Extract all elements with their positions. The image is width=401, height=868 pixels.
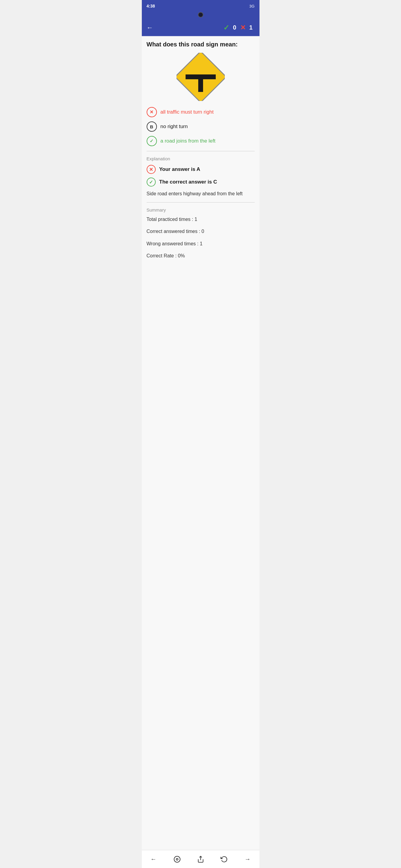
option-b-symbol: B xyxy=(150,124,153,129)
your-answer-row: ✕ Your answer is A xyxy=(147,165,255,174)
camera-area xyxy=(142,12,259,19)
camera-dot xyxy=(198,12,203,18)
nav-refresh-button[interactable] xyxy=(218,853,230,865)
nav-share-button[interactable] xyxy=(195,853,207,865)
summary-item-0: Total practiced times : 1 xyxy=(147,216,255,223)
correct-count: 0 xyxy=(231,24,238,31)
main-content: What does this road sign mean: ✕ all tra… xyxy=(142,36,259,850)
nav-home-button[interactable] xyxy=(171,853,183,865)
your-answer-text: Your answer is A xyxy=(159,166,200,173)
explanation-description: Side road enters highway ahead from the … xyxy=(147,190,255,197)
network-icon: 3G xyxy=(249,4,254,8)
divider-1 xyxy=(147,151,255,151)
status-icons: 3G xyxy=(249,4,254,8)
top-bar: ← ✓ 0 ✕ 1 xyxy=(142,19,259,36)
explanation-section: Explanation ✕ Your answer is A ✓ The cor… xyxy=(147,156,255,197)
svg-point-4 xyxy=(176,858,178,860)
check-icon: ✓ xyxy=(223,24,229,32)
bottom-nav: ← → xyxy=(142,850,259,868)
score-section: ✓ 0 ✕ 1 xyxy=(223,24,255,32)
correct-answer-symbol: ✓ xyxy=(149,179,153,185)
nav-back-button[interactable]: ← xyxy=(147,853,160,865)
svg-rect-2 xyxy=(198,74,203,92)
back-button[interactable]: ← xyxy=(147,23,156,33)
x-icon: ✕ xyxy=(240,24,246,32)
your-answer-icon: ✕ xyxy=(147,165,156,174)
answer-option-c[interactable]: ✓ a road joins from the left xyxy=(147,136,255,146)
option-c-symbol: ✓ xyxy=(150,138,153,144)
your-answer-symbol: ✕ xyxy=(149,167,153,173)
answer-option-b[interactable]: B no right turn xyxy=(147,121,255,132)
question-label: What does this road sign mean: xyxy=(147,41,255,48)
option-c-icon: ✓ xyxy=(147,136,157,146)
sign-container xyxy=(147,53,255,101)
option-a-text: all traffic must turn right xyxy=(161,109,213,115)
option-b-text: no right turn xyxy=(161,124,188,130)
summary-item-3: Correct Rate : 0% xyxy=(147,253,255,259)
explanation-label: Explanation xyxy=(147,156,255,161)
answer-option-a[interactable]: ✕ all traffic must turn right xyxy=(147,107,255,117)
summary-item-2: Wrong answered times : 1 xyxy=(147,241,255,247)
status-time: 4:38 xyxy=(147,4,155,8)
option-b-icon: B xyxy=(147,121,157,132)
correct-answer-icon: ✓ xyxy=(147,178,156,187)
road-sign-image xyxy=(176,53,225,101)
status-bar: 4:38 3G xyxy=(142,0,259,12)
svg-point-3 xyxy=(174,856,180,862)
option-a-icon: ✕ xyxy=(147,107,157,117)
answers-list: ✕ all traffic must turn right B no right… xyxy=(147,107,255,146)
wrong-count: 1 xyxy=(248,24,255,31)
correct-answer-text: The correct answer is C xyxy=(159,179,217,185)
nav-forward-button[interactable]: → xyxy=(242,853,254,865)
option-c-text: a road joins from the left xyxy=(161,138,216,144)
summary-item-1: Correct answered times : 0 xyxy=(147,228,255,235)
summary-label: Summary xyxy=(147,207,255,213)
divider-2 xyxy=(147,202,255,203)
option-a-symbol: ✕ xyxy=(150,110,153,115)
summary-section: Summary Total practiced times : 1 Correc… xyxy=(147,207,255,259)
correct-answer-row: ✓ The correct answer is C xyxy=(147,178,255,187)
